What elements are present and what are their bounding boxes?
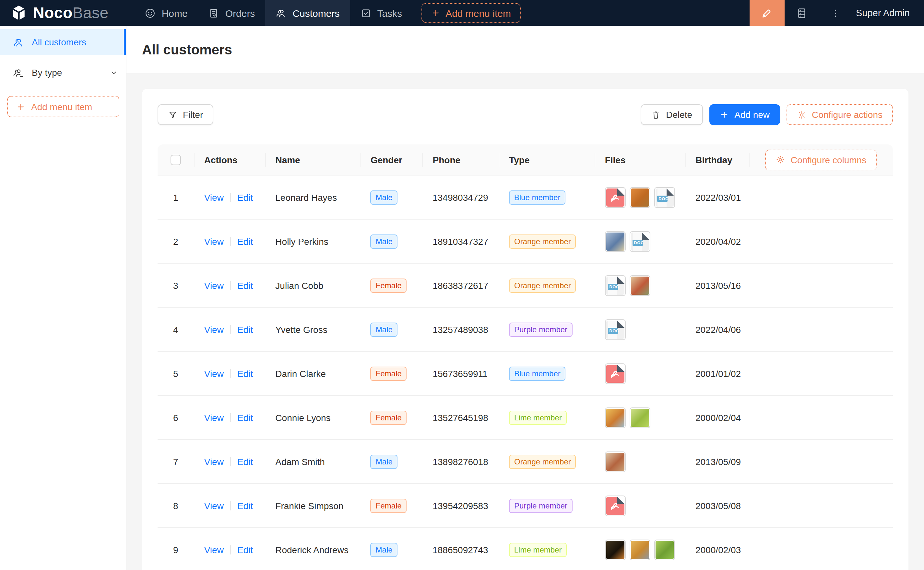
pdf-file-icon[interactable] [605,495,626,516]
action-divider [230,457,231,466]
birthday: 2001/01/02 [685,368,749,378]
sidebar-item-label: All customers [32,37,86,47]
main-area: All customers Filter [126,26,924,570]
view-link[interactable]: View [204,412,224,423]
highlighter-pen-icon [761,7,773,19]
edit-link[interactable]: Edit [237,236,253,247]
table-row: 1 ViewEdit Leonard Hayes Male 1349803472… [158,176,893,219]
view-link[interactable]: View [204,192,224,202]
plus-icon [16,102,25,111]
image-thumbnail[interactable] [629,187,650,208]
image-thumbnail[interactable] [605,451,626,472]
table-row: 3 ViewEdit Julian Cobb Female 1863837261… [158,264,893,308]
nav-item-tasks[interactable]: Tasks [350,0,412,26]
view-link[interactable]: View [204,544,224,555]
customer-name: Frankie Simpson [265,500,360,511]
view-link[interactable]: View [204,280,224,291]
add-new-button[interactable]: Add new [709,104,780,125]
customer-name: Yvette Gross [265,324,360,334]
gender-cell: Male [360,322,423,337]
chevron-down-icon[interactable] [109,68,118,77]
two-people-icon [275,8,287,18]
image-thumbnail[interactable] [605,231,626,252]
action-divider [230,237,231,246]
edit-link[interactable]: Edit [237,280,253,291]
row-actions-cell: ViewEdit [194,280,265,291]
type-cell: Purple member [499,498,594,513]
current-user-menu[interactable]: Super Admin [852,0,924,26]
image-thumbnail[interactable] [629,407,650,428]
view-link[interactable]: View [204,456,224,467]
image-thumbnail[interactable] [605,407,626,428]
image-thumbnail[interactable] [654,539,675,560]
edit-link[interactable]: Edit [237,192,253,202]
column-header-type: Type [499,144,594,175]
customer-name: Holly Perkins [265,236,360,247]
nocobase-brand[interactable]: NocoBase [0,0,118,26]
doc-file-icon[interactable]: DOC [654,187,675,208]
sidebar-item-by-type[interactable]: By type [0,60,126,86]
phone-number: 13498034729 [422,192,499,202]
view-link[interactable]: View [204,500,224,511]
type-cell: Lime member [499,542,594,557]
row-actions-cell: ViewEdit [194,368,265,378]
row-actions-cell: ViewEdit [194,500,265,511]
doc-glyph: DOC [606,320,624,339]
edit-link[interactable]: Edit [237,368,253,378]
table-row: 9 ViewEdit Roderick Andrews Male 1886509… [158,528,893,570]
gear-icon [776,155,786,164]
view-link[interactable]: View [204,368,224,378]
nav-item-home[interactable]: Home [135,0,198,26]
image-thumbnail[interactable] [629,539,650,560]
image-thumbnail[interactable] [629,275,650,296]
sidebar-add-menu-item-button[interactable]: Add menu item [7,96,119,117]
doc-file-icon[interactable]: DOC [605,319,626,340]
nav-item-customers[interactable]: Customers [265,0,350,26]
configure-actions-button[interactable]: Configure actions [787,104,893,125]
gender-cell: Female [360,410,423,424]
edit-link[interactable]: Edit [237,456,253,467]
gender-cell: Male [360,234,423,248]
more-options-button[interactable] [819,0,852,26]
configure-columns-label: Configure columns [791,155,866,165]
phone-number: 13898276018 [422,456,499,467]
nav-add-menu-item-button[interactable]: Add menu item [421,3,521,23]
document-check-icon [209,8,220,18]
table-row: 8 ViewEdit Frankie Simpson Female 139542… [158,484,893,528]
files-cell: DOC [594,319,685,340]
action-divider [230,501,231,510]
view-link[interactable]: View [204,236,224,247]
edit-link[interactable]: Edit [237,544,253,555]
delete-button[interactable]: Delete [641,104,703,125]
image-thumbnail[interactable] [605,539,626,560]
doc-file-icon[interactable]: DOC [605,275,626,296]
funnel-icon [168,110,178,120]
filter-button[interactable]: Filter [158,104,213,125]
nav-item-orders[interactable]: Orders [198,0,266,26]
gear-icon [797,110,807,120]
doc-file-icon[interactable]: DOC [629,231,650,252]
row-actions-cell: ViewEdit [194,544,265,555]
configure-columns-button[interactable]: Configure columns [766,149,877,170]
view-link[interactable]: View [204,324,224,334]
column-header-name: Name [265,144,360,175]
table-row: 4 ViewEdit Yvette Gross Male 13257489038… [158,308,893,352]
edit-link[interactable]: Edit [237,324,253,334]
row-actions-cell: ViewEdit [194,456,265,467]
collections-panel-button[interactable] [785,0,819,26]
photo [606,408,624,426]
phone-number: 13954209583 [422,500,499,511]
pdf-file-icon[interactable] [605,363,626,384]
select-all-checkbox[interactable] [171,155,181,165]
files-cell [594,407,685,428]
action-divider [230,281,231,290]
member-type-tag: Lime member [509,542,567,557]
type-cell: Blue member [499,190,594,204]
add-new-button-label: Add new [734,109,770,120]
edit-link[interactable]: Edit [237,412,253,423]
photo [606,541,624,559]
edit-link[interactable]: Edit [237,500,253,511]
sidebar-item-all-customers[interactable]: All customers [0,29,126,55]
ui-editor-button[interactable] [750,0,785,26]
pdf-file-icon[interactable] [605,187,626,208]
